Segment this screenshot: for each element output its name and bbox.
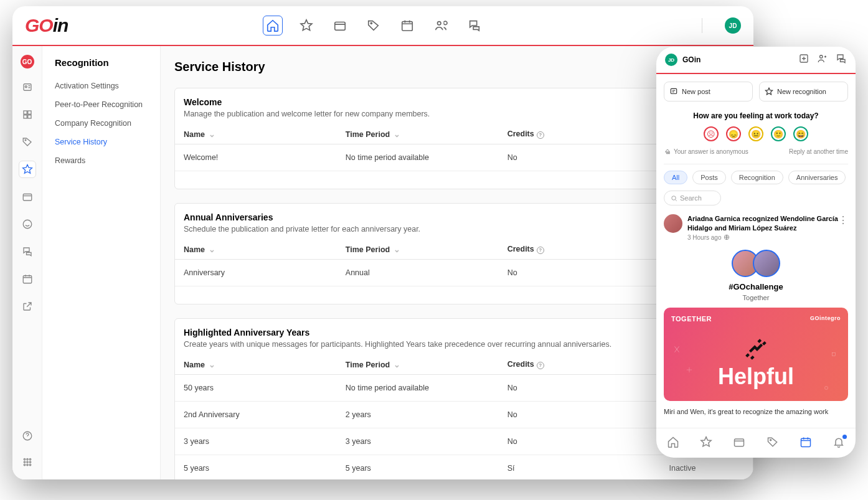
post-time: 3 Hours ago <box>687 234 848 241</box>
cell-timePeriod: Annual <box>337 260 499 286</box>
user-avatar[interactable]: JD <box>725 17 741 34</box>
footer-star-icon[interactable] <box>700 436 712 451</box>
sort-icon[interactable]: ⌄ <box>209 245 215 254</box>
cell-timePeriod: 3 years <box>337 428 499 455</box>
rail-apps-grid-icon[interactable] <box>19 453 36 471</box>
cell-name: 2nd Anniversary <box>175 402 337 428</box>
svg-point-25 <box>24 458 25 460</box>
mobile-avatar[interactable]: JD <box>665 54 677 66</box>
recognized-avatar-2[interactable] <box>753 250 780 277</box>
footer-home-icon[interactable] <box>667 436 679 451</box>
tab-all[interactable]: All <box>664 171 687 184</box>
mood-face-happy[interactable]: 🙂 <box>771 126 786 141</box>
cell-credits: No <box>499 375 661 402</box>
sidebar-item-peer[interactable]: Peer-to-Peer Recognition <box>42 95 160 114</box>
nav-home-icon[interactable] <box>263 16 283 35</box>
brand-go: GO <box>25 15 53 35</box>
icon-rail: GO <box>12 46 42 479</box>
sidebar-item-service-history[interactable]: Service History <box>42 133 160 151</box>
new-recognition-button[interactable]: New recognition <box>759 82 848 101</box>
sidebar-item-activation[interactable]: Activation Settings <box>42 77 160 95</box>
footer-bell-icon[interactable] <box>833 436 845 451</box>
mobile-footer <box>656 428 856 458</box>
svg-point-30 <box>29 461 31 463</box>
mood-face-neutral[interactable]: 😐 <box>748 126 763 141</box>
svg-point-31 <box>24 464 25 465</box>
svg-rect-43 <box>801 438 810 446</box>
rail-people-icon[interactable] <box>19 78 36 96</box>
sort-icon[interactable]: ⌄ <box>209 361 215 369</box>
mood-face-sad[interactable]: 😞 <box>726 126 741 141</box>
info-icon[interactable]: ? <box>537 131 544 139</box>
column-header-credits[interactable]: Credits? <box>499 355 661 375</box>
rail-apps-icon[interactable] <box>19 106 36 123</box>
reply-later-link[interactable]: Reply at another time <box>789 148 848 155</box>
post-subtag: Together <box>664 294 848 301</box>
brand-logo: GOin <box>25 15 68 36</box>
search-placeholder: Search <box>680 194 702 202</box>
svg-point-26 <box>26 458 27 460</box>
tab-posts[interactable]: Posts <box>692 171 726 184</box>
svg-point-32 <box>26 464 27 465</box>
column-header-name[interactable]: Name⌄ <box>175 240 337 260</box>
sort-icon[interactable]: ⌄ <box>394 245 400 254</box>
post-menu-icon[interactable]: ⋮ <box>838 214 848 226</box>
footer-calendar-icon[interactable] <box>800 436 812 451</box>
nav-wallet-icon[interactable] <box>330 16 350 35</box>
tab-recognition[interactable]: Recognition <box>731 171 783 184</box>
tab-anniversaries[interactable]: Anniversaries <box>788 171 846 184</box>
nav-messages-icon[interactable] <box>465 16 484 35</box>
rail-wallet-icon[interactable] <box>19 188 36 205</box>
rail-tag-icon[interactable] <box>19 133 36 151</box>
desktop-window: GOin JD GO <box>12 6 753 479</box>
notification-dot <box>842 435 847 439</box>
rail-help-icon[interactable] <box>19 427 36 445</box>
column-header-timePeriod[interactable]: Time Period⌄ <box>337 125 499 144</box>
mobile-search[interactable]: Search <box>664 191 721 205</box>
column-header-name[interactable]: Name⌄ <box>175 125 337 144</box>
column-header-credits[interactable]: Credits? <box>499 125 661 144</box>
rail-go-icon[interactable]: GO <box>21 55 34 68</box>
anonymous-note: Your answer is anonymous <box>664 148 748 155</box>
sort-icon[interactable]: ⌄ <box>394 130 400 139</box>
footer-tag-icon[interactable] <box>767 436 779 451</box>
post-author-avatar[interactable] <box>664 214 682 233</box>
rail-calendar-icon[interactable] <box>19 270 36 288</box>
cell-credits: Sí <box>499 455 661 480</box>
mobile-people-icon[interactable] <box>817 53 828 67</box>
sidebar-item-rewards[interactable]: Rewards <box>42 151 160 170</box>
column-header-name[interactable]: Name⌄ <box>175 355 337 375</box>
nav-tag-icon[interactable] <box>364 16 384 35</box>
column-header-credits[interactable]: Credits? <box>499 240 661 260</box>
nav-calendar-icon[interactable] <box>397 16 417 35</box>
rail-smile-icon[interactable] <box>19 215 36 233</box>
svg-point-29 <box>26 461 27 463</box>
table-row[interactable]: 5 years5 yearsSíInactive <box>175 455 753 480</box>
cell-credits: No <box>499 144 661 171</box>
rail-messages-icon[interactable] <box>19 243 36 260</box>
svg-point-1 <box>370 22 372 24</box>
cell-timePeriod: No time period available <box>337 375 499 402</box>
cell-timePeriod: 2 years <box>337 402 499 428</box>
mood-face-angry[interactable]: ☹ <box>704 126 719 141</box>
info-icon[interactable]: ? <box>537 362 544 369</box>
rail-external-icon[interactable] <box>19 298 36 315</box>
mobile-add-icon[interactable] <box>798 53 809 67</box>
cell-credits: No <box>499 428 661 455</box>
column-header-timePeriod[interactable]: Time Period⌄ <box>337 240 499 260</box>
info-icon[interactable]: ? <box>537 247 544 254</box>
sort-icon[interactable]: ⌄ <box>394 361 400 369</box>
column-header-timePeriod[interactable]: Time Period⌄ <box>337 355 499 375</box>
nav-people-icon[interactable] <box>431 16 451 35</box>
sidebar-item-company[interactable]: Company Recognition <box>42 114 160 133</box>
mood-face-great[interactable]: 😄 <box>793 126 808 141</box>
svg-point-33 <box>29 464 31 465</box>
sort-icon[interactable]: ⌄ <box>209 130 215 139</box>
new-post-button[interactable]: New post <box>664 82 753 101</box>
brand-in: in <box>53 15 68 35</box>
footer-wallet-icon[interactable] <box>733 436 745 451</box>
nav-star-icon[interactable] <box>296 16 316 35</box>
rail-star-icon[interactable] <box>19 161 36 178</box>
mobile-messages-icon[interactable] <box>836 53 847 67</box>
svg-point-15 <box>25 86 27 88</box>
